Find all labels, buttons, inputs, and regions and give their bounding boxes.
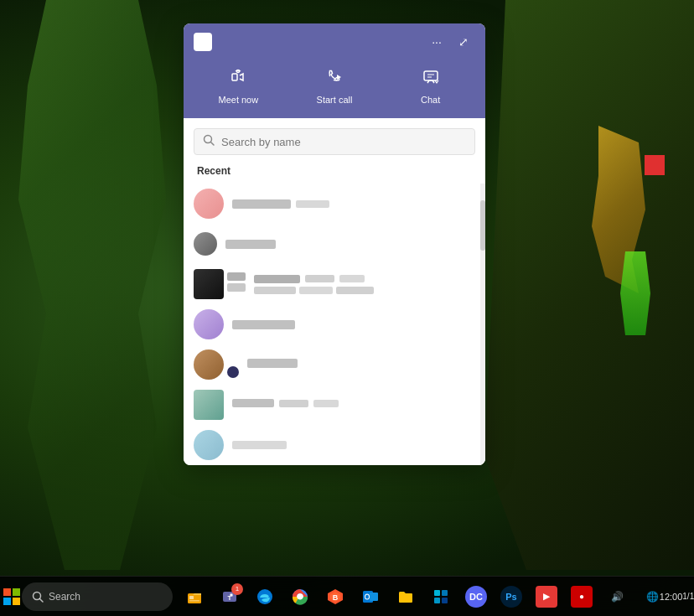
svg-point-20: [298, 594, 303, 598]
discord-icon: DC: [465, 586, 487, 608]
svg-rect-25: [370, 593, 378, 601]
contact-info: [232, 399, 475, 411]
avatar-group: [194, 269, 246, 299]
svg-line-9: [40, 598, 44, 602]
list-item[interactable]: [184, 425, 485, 465]
mini-avatar: [227, 272, 246, 281]
contact-name: [254, 275, 300, 283]
avatar-group: [194, 349, 239, 380]
svg-rect-3: [424, 71, 438, 80]
taskbar-brave[interactable]: B: [319, 580, 352, 613]
start-button[interactable]: [3, 580, 20, 613]
avatar: [194, 349, 224, 380]
avatar: [194, 430, 224, 460]
contact-info: [232, 320, 475, 329]
clock-date: 1/1/2024: [682, 592, 694, 601]
contact-sub: [336, 287, 374, 294]
svg-point-27: [365, 594, 369, 598]
scrollbar-thumb[interactable]: [480, 200, 485, 251]
svg-rect-28: [434, 590, 440, 596]
search-container[interactable]: [194, 128, 475, 155]
taskbar-outlook[interactable]: [354, 580, 387, 613]
avatar-extra: [227, 349, 239, 380]
svg-rect-31: [442, 598, 448, 603]
teams-header-actions: ··· ⤢: [425, 30, 475, 54]
taskbar-photoshop[interactable]: Ps: [495, 580, 528, 613]
avatar: [194, 189, 224, 219]
taskbar-file-explorer[interactable]: [178, 580, 211, 613]
search-icon: [203, 134, 215, 149]
avatar: [194, 269, 224, 299]
contact-name: [232, 199, 291, 209]
photoshop-icon: Ps: [500, 586, 522, 608]
nav-chat[interactable]: Chat: [382, 60, 479, 111]
chat-icon: [421, 67, 441, 91]
contact-list-wrapper: [184, 184, 485, 465]
teams-body: Recent: [184, 128, 485, 465]
contact-name: [232, 399, 274, 407]
clock[interactable]: 12:00 1/1/2024: [671, 580, 694, 613]
taskbar-app1[interactable]: ▶: [530, 580, 563, 613]
teams-logo: [194, 33, 212, 51]
svg-rect-30: [434, 598, 440, 603]
app2-icon: ●: [571, 586, 593, 608]
search-input[interactable]: [221, 136, 466, 148]
svg-rect-29: [442, 590, 448, 596]
tray-icon-1[interactable]: 🔊: [600, 580, 634, 613]
teams-logo-icon: [194, 33, 212, 51]
list-item[interactable]: [184, 385, 485, 425]
list-item[interactable]: [184, 264, 485, 304]
outlook-icon: [361, 588, 380, 606]
app-icon: [432, 588, 450, 606]
scrollbar-track[interactable]: [480, 184, 485, 465]
nav-meet-now[interactable]: Meet now: [190, 60, 287, 111]
meet-now-label: Meet now: [218, 95, 258, 105]
contact-time: [279, 400, 308, 407]
taskbar-folder[interactable]: [389, 580, 422, 613]
contact-name: [232, 320, 295, 329]
teams-more-button[interactable]: ···: [425, 30, 448, 54]
list-item[interactable]: [184, 224, 485, 264]
taskbar-search[interactable]: Search: [22, 582, 173, 611]
clock-time: 12:00: [660, 592, 683, 602]
contact-status: [296, 200, 329, 208]
contact-info: [232, 441, 475, 449]
contact-info: [247, 359, 475, 371]
contact-badge: [313, 400, 339, 407]
contact-info: [232, 199, 475, 209]
teams-expand-button[interactable]: ⤢: [452, 30, 475, 54]
brave-icon: B: [326, 588, 344, 606]
nav-start-call[interactable]: Start call: [287, 60, 383, 111]
list-item[interactable]: [184, 184, 485, 224]
taskbar-edge[interactable]: [248, 580, 282, 613]
file-explorer-icon: [186, 588, 203, 605]
taskbar-icons: T 1: [178, 580, 598, 613]
mini-avatar: [227, 366, 239, 378]
contact-info: [254, 275, 475, 294]
taskbar-chrome[interactable]: [283, 580, 317, 613]
teams-popup: ··· ⤢ Meet now: [184, 23, 485, 465]
list-item[interactable]: [184, 304, 485, 344]
taskbar-discord[interactable]: DC: [459, 580, 493, 613]
app1-icon: ▶: [536, 586, 557, 608]
system-tray: 🔊 🌐 12:00 1/1/2024: [600, 580, 694, 613]
list-item[interactable]: [184, 344, 485, 385]
avatar-group: [194, 390, 224, 420]
bg-right: [484, 0, 694, 570]
windows-logo: [3, 588, 20, 605]
svg-text:B: B: [333, 593, 339, 602]
contact-sub: [299, 287, 333, 294]
bg-red-square: [645, 155, 665, 175]
taskbar-teams[interactable]: T 1: [213, 580, 246, 613]
contact-sub: [254, 287, 296, 294]
contact-name: [247, 359, 298, 368]
win-logo-cell-1: [3, 588, 11, 596]
win-logo-cell-2: [13, 588, 20, 596]
svg-rect-12: [189, 600, 199, 602]
taskbar-app[interactable]: [424, 580, 458, 613]
avatar: [194, 232, 217, 256]
avatar-stack: [227, 269, 246, 299]
taskbar: Search T 1: [0, 576, 694, 616]
taskbar-app2[interactable]: ●: [565, 580, 598, 613]
start-call-label: Start call: [317, 95, 353, 105]
